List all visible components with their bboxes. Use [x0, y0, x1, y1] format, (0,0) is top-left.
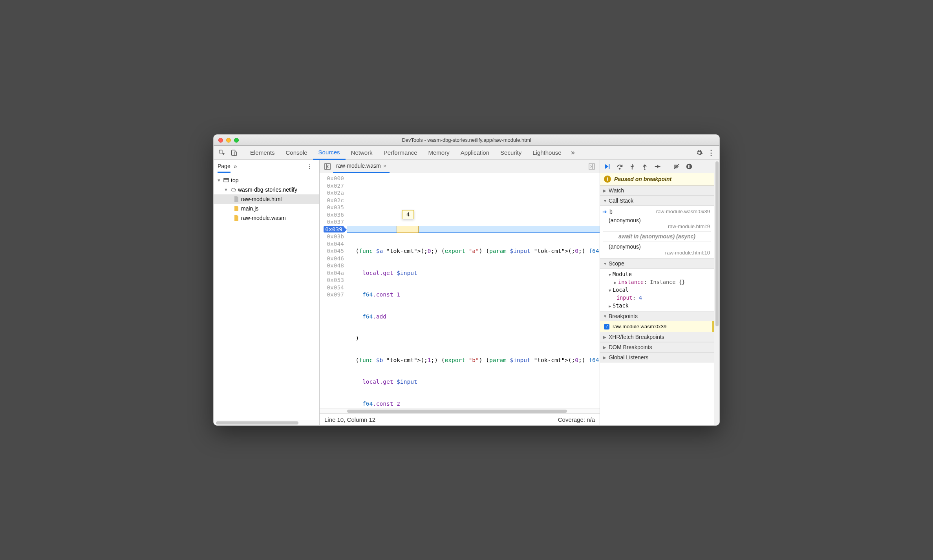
paused-message: Paused on breakpoint: [614, 176, 671, 182]
tab-elements[interactable]: Elements: [245, 146, 280, 160]
editor-file-name: raw-module.wasm: [336, 163, 381, 169]
navigator-tab-page[interactable]: Page: [218, 163, 231, 173]
callstack-async-label: await in (anonymous) (async): [603, 231, 711, 242]
callstack-frame[interactable]: ➔b raw-module.wasm:0x39: [600, 207, 714, 216]
toggle-navigator-icon[interactable]: [322, 163, 333, 170]
pause-on-exceptions-icon[interactable]: [685, 163, 693, 170]
editor-file-tab[interactable]: raw-module.wasm ×: [333, 160, 390, 173]
step-into-icon[interactable]: [628, 163, 636, 170]
debugger-sidebar: i Paused on breakpoint ▶Watch ▼Call Stac…: [600, 160, 714, 425]
document-icon: [233, 205, 240, 212]
settings-icon[interactable]: [693, 147, 705, 159]
document-icon: [233, 215, 240, 221]
breakpoint-checkbox[interactable]: ✓: [604, 324, 609, 329]
window-title: DevTools - wasm-dbg-stories.netlify.app/…: [214, 137, 719, 143]
tree-label: top: [231, 177, 238, 183]
step-over-icon[interactable]: [616, 163, 624, 170]
breakpoint-entry[interactable]: ✓ raw-module.wasm:0x39: [600, 321, 714, 332]
callstack-body: ➔b raw-module.wasm:0x39 (anonymous) raw-…: [600, 206, 714, 258]
tab-performance[interactable]: Performance: [378, 146, 423, 160]
editor-scrollbar[interactable]: [320, 408, 600, 414]
resume-icon[interactable]: [603, 163, 611, 170]
svg-point-12: [644, 168, 645, 170]
devtools-window: DevTools - wasm-dbg-stories.netlify.app/…: [213, 134, 720, 426]
tree-label: wasm-dbg-stories.netlify: [238, 187, 297, 193]
scope-instance[interactable]: ▶instance: Instance {}: [600, 278, 714, 286]
svg-rect-2: [234, 152, 237, 155]
tab-memory[interactable]: Memory: [423, 146, 455, 160]
svg-point-13: [659, 166, 660, 167]
current-frame-arrow-icon: ➔: [602, 209, 607, 215]
svg-point-11: [631, 168, 633, 169]
section-breakpoints[interactable]: ▼Breakpoints: [600, 311, 714, 321]
document-icon: [233, 196, 240, 202]
step-icon[interactable]: [653, 163, 661, 170]
svg-point-10: [619, 168, 620, 169]
tab-application[interactable]: Application: [455, 146, 495, 160]
source-editor: raw-module.wasm × 0x000 0x027 0x02a 0x02…: [320, 160, 600, 425]
tree-label: raw-module.html: [241, 196, 282, 202]
chevron-down-icon: ▼: [217, 178, 221, 183]
scope-stack[interactable]: ▶Stack: [600, 302, 714, 309]
tree-top-frame[interactable]: ▼ top: [214, 176, 319, 185]
svg-rect-16: [688, 165, 689, 168]
svg-rect-3: [224, 179, 229, 182]
chevron-down-icon: ▼: [224, 187, 229, 192]
window-scrollbar[interactable]: [714, 160, 719, 425]
hover-eval-tooltip: 4: [402, 210, 414, 219]
tree-file-html[interactable]: raw-module.html: [214, 194, 319, 204]
debugger-toolbar: [600, 160, 714, 173]
code-viewport[interactable]: 0x000 0x027 0x02a 0x02c 0x035 0x036 0x03…: [320, 173, 600, 408]
tree-file-js[interactable]: main.js: [214, 204, 319, 213]
tab-network[interactable]: Network: [346, 146, 378, 160]
close-tab-icon[interactable]: ×: [383, 163, 387, 169]
tree-origin[interactable]: ▼ wasm-dbg-stories.netlify: [214, 185, 319, 194]
svg-rect-9: [609, 164, 610, 169]
editor-statusbar: Line 10, Column 12 Coverage: n/a: [320, 414, 600, 425]
scope-body: ▼Module ▶instance: Instance {} ▼Local in…: [600, 269, 714, 311]
callstack-frame[interactable]: (anonymous) raw-module.html:9: [600, 216, 714, 231]
file-tree: ▼ top ▼ wasm-dbg-stories.netlify: [214, 173, 319, 420]
cursor-position: Line 10, Column 12: [324, 416, 375, 423]
section-callstack[interactable]: ▼Call Stack: [600, 196, 714, 206]
callstack-frame[interactable]: (anonymous) raw-module.html:10: [600, 242, 714, 257]
navigator-header: Page » ⋮: [214, 160, 319, 173]
kebab-menu-icon[interactable]: ⋮: [705, 147, 717, 159]
deactivate-breakpoints-icon[interactable]: [673, 163, 681, 170]
section-global-listeners[interactable]: ▶Global Listeners: [600, 352, 714, 362]
section-dom-breakpoints[interactable]: ▶DOM Breakpoints: [600, 342, 714, 352]
tab-console[interactable]: Console: [280, 146, 313, 160]
breakpoint-label: raw-module.wasm:0x39: [613, 324, 666, 329]
scope-local[interactable]: ▼Local: [600, 286, 714, 294]
section-xhr-breakpoints[interactable]: ▶XHR/fetch Breakpoints: [600, 332, 714, 342]
section-scope[interactable]: ▼Scope: [600, 258, 714, 269]
device-mode-icon[interactable]: [228, 147, 240, 159]
window-titlebar: DevTools - wasm-dbg-stories.netlify.app/…: [214, 135, 719, 146]
more-navigator-tabs-icon[interactable]: »: [234, 163, 237, 170]
coverage-status: Coverage: n/a: [558, 416, 595, 423]
inspect-element-icon[interactable]: [216, 147, 228, 159]
scope-module[interactable]: ▼Module: [600, 270, 714, 278]
paused-banner: i Paused on breakpoint: [600, 173, 714, 185]
tab-security[interactable]: Security: [495, 146, 527, 160]
section-watch[interactable]: ▶Watch: [600, 185, 714, 196]
more-tabs-icon[interactable]: »: [567, 147, 579, 159]
tree-file-wasm[interactable]: raw-module.wasm: [214, 213, 319, 223]
tree-label: main.js: [241, 205, 258, 212]
info-icon: i: [604, 176, 611, 183]
toggle-debugger-icon[interactable]: [586, 163, 597, 170]
svg-point-15: [686, 163, 692, 169]
svg-rect-17: [690, 165, 690, 168]
tab-lighthouse[interactable]: Lighthouse: [527, 146, 567, 160]
scope-local-var[interactable]: input: 4: [600, 294, 714, 302]
cloud-icon: [230, 187, 236, 193]
main-tabstrip: Elements Console Sources Network Perform…: [214, 146, 719, 160]
gutter[interactable]: 0x000 0x027 0x02a 0x02c 0x035 0x036 0x03…: [320, 173, 347, 408]
step-out-icon[interactable]: [641, 163, 649, 170]
hovered-variable-box: [397, 226, 419, 233]
navigator-scrollbar[interactable]: [214, 420, 319, 425]
navigator-menu-icon[interactable]: ⋮: [304, 161, 315, 172]
svg-rect-0: [219, 150, 222, 153]
current-address[interactable]: 0x039: [324, 226, 344, 232]
tab-sources[interactable]: Sources: [313, 146, 346, 160]
